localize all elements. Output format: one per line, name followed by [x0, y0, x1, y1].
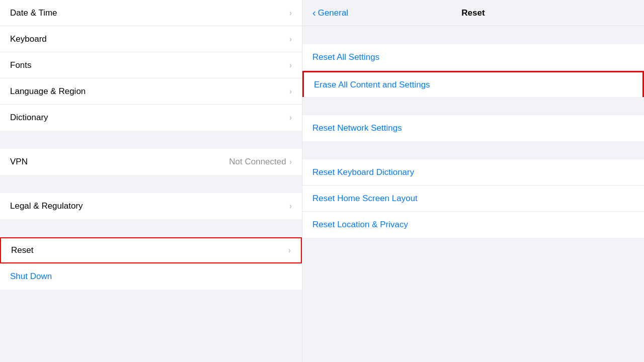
right-group-network: Reset Network Settings [302, 115, 644, 141]
right-item-reset-location[interactable]: Reset Location & Privacy [302, 212, 644, 238]
right-gap-4 [302, 238, 644, 256]
right-panel: ‹ General Reset Reset All Settings Erase… [302, 0, 644, 362]
right-item-reset-all-settings[interactable]: Reset All Settings [302, 44, 644, 70]
vpn-value: Not Connected [229, 157, 286, 167]
right-content: Reset All Settings Erase All Content and… [302, 26, 644, 362]
settings-item-language[interactable]: Language & Region › [0, 78, 302, 105]
right-group-erase: Erase All Content and Settings [302, 71, 644, 97]
reset-label: Reset [11, 245, 33, 255]
reset-right: › [288, 246, 291, 255]
settings-item-keyboard[interactable]: Keyboard › [0, 26, 302, 52]
right-item-erase-all[interactable]: Erase All Content and Settings [302, 71, 644, 97]
right-gap-3 [302, 141, 644, 159]
settings-item-shutdown[interactable]: Shut Down [0, 263, 302, 290]
vpn-chevron: › [289, 157, 292, 166]
keyboard-label: Keyboard [10, 34, 47, 44]
settings-item-fonts[interactable]: Fonts › [0, 52, 302, 78]
right-item-reset-keyboard[interactable]: Reset Keyboard Dictionary [302, 159, 644, 186]
legal-label: Legal & Regulatory [10, 201, 83, 211]
gap-3 [0, 219, 302, 237]
right-gap-1 [302, 26, 644, 44]
legal-right: › [289, 202, 292, 211]
keyboard-chevron: › [289, 35, 292, 44]
reset-keyboard-label: Reset Keyboard Dictionary [312, 167, 414, 177]
keyboard-right: › [289, 35, 292, 44]
right-group-reset-all: Reset All Settings [302, 44, 644, 70]
right-group-keyboard: Reset Keyboard Dictionary Reset Home Scr… [302, 159, 644, 238]
language-right: › [289, 87, 292, 96]
gap-2 [0, 175, 302, 193]
reset-home-screen-label: Reset Home Screen Layout [312, 194, 418, 204]
date-time-right: › [289, 9, 292, 18]
language-label: Language & Region [10, 86, 86, 97]
language-chevron: › [289, 87, 292, 96]
nav-bar: ‹ General Reset [302, 0, 644, 26]
right-item-reset-network[interactable]: Reset Network Settings [302, 115, 644, 141]
reset-all-settings-label: Reset All Settings [312, 52, 379, 62]
legal-chevron: › [289, 202, 292, 211]
settings-item-dictionary[interactable]: Dictionary › [0, 105, 302, 131]
settings-item-reset[interactable]: Reset › [0, 237, 302, 263]
settings-item-vpn[interactable]: VPN Not Connected › [0, 149, 302, 175]
gap-1 [0, 131, 302, 149]
fonts-label: Fonts [10, 60, 32, 70]
date-time-label: Date & Time [10, 8, 57, 18]
reset-network-label: Reset Network Settings [312, 123, 402, 133]
nav-back-label: General [318, 8, 348, 18]
settings-group-vpn: VPN Not Connected › [0, 149, 302, 175]
dictionary-label: Dictionary [10, 113, 48, 123]
fonts-chevron: › [289, 61, 292, 70]
nav-title: Reset [461, 8, 485, 18]
shutdown-label: Shut Down [10, 272, 52, 282]
reset-chevron: › [288, 246, 291, 255]
settings-group-reset: Reset › Shut Down [0, 237, 302, 290]
back-chevron-icon: ‹ [312, 7, 316, 19]
erase-all-label: Erase All Content and Settings [314, 80, 430, 90]
fonts-right: › [289, 61, 292, 70]
settings-group-top: Date & Time › Keyboard › Fonts › Languag… [0, 0, 302, 131]
date-time-chevron: › [289, 9, 292, 18]
settings-item-legal[interactable]: Legal & Regulatory › [0, 193, 302, 219]
settings-group-legal: Legal & Regulatory › [0, 193, 302, 219]
left-panel: Date & Time › Keyboard › Fonts › Languag… [0, 0, 302, 362]
settings-item-date-time[interactable]: Date & Time › [0, 0, 302, 26]
dictionary-chevron: › [289, 113, 292, 122]
vpn-right: Not Connected › [229, 157, 292, 167]
nav-back-button[interactable]: ‹ General [312, 7, 348, 19]
right-item-reset-home-screen[interactable]: Reset Home Screen Layout [302, 186, 644, 212]
dictionary-right: › [289, 113, 292, 122]
vpn-label: VPN [10, 157, 28, 167]
reset-location-label: Reset Location & Privacy [312, 220, 408, 230]
right-gap-2 [302, 97, 644, 115]
